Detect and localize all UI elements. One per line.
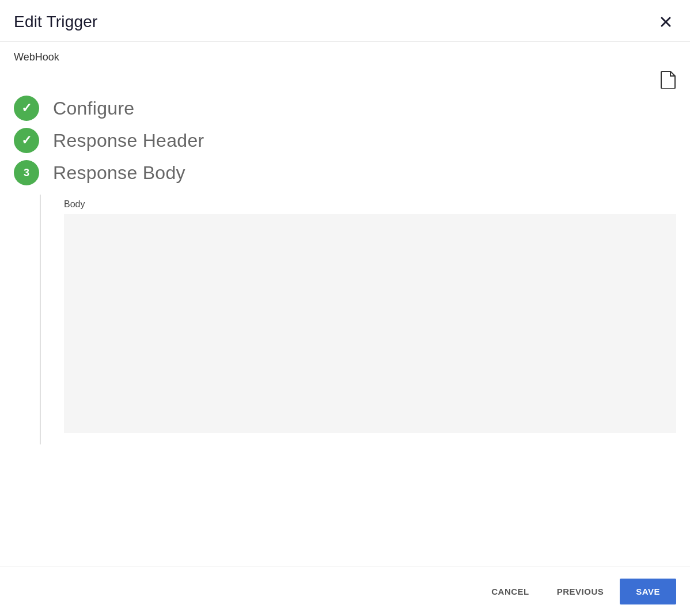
file-icon[interactable] (660, 70, 676, 91)
dialog-title: Edit Trigger (14, 13, 98, 31)
step-badge-response-header: ✓ (14, 128, 39, 153)
webhook-label: WebHook (14, 51, 676, 63)
step-label-configure: Configure (53, 98, 134, 119)
cancel-button[interactable]: CANCEL (480, 580, 541, 603)
step-badge-configure: ✓ (14, 96, 39, 121)
edit-trigger-dialog: Edit Trigger WebHook ✓ (0, 0, 690, 616)
previous-button[interactable]: PREVIOUS (545, 580, 616, 603)
body-label: Body (64, 199, 676, 210)
file-icon-row (14, 70, 676, 91)
step-number-response-body: 3 (24, 167, 29, 179)
step-item-configure[interactable]: ✓ Configure (14, 96, 676, 121)
check-icon-configure: ✓ (21, 101, 32, 116)
step-item-response-header[interactable]: ✓ Response Header (14, 128, 676, 153)
close-button[interactable] (655, 12, 676, 32)
dialog-body: WebHook ✓ Configure ✓ (0, 42, 690, 566)
step-badge-response-body: 3 (14, 160, 39, 185)
check-icon-response-header: ✓ (21, 133, 32, 148)
step-item-response-body[interactable]: 3 Response Body (14, 160, 676, 185)
dialog-footer: CANCEL PREVIOUS SAVE (0, 566, 690, 616)
save-button[interactable]: SAVE (620, 579, 676, 604)
steps-list: ✓ Configure ✓ Response Header 3 Response… (14, 96, 676, 192)
step-label-response-header: Response Header (53, 130, 204, 151)
body-textarea[interactable] (64, 214, 676, 433)
step-label-response-body: Response Body (53, 162, 185, 184)
response-body-section: Body (14, 195, 676, 444)
section-border: Body (40, 195, 676, 444)
dialog-header: Edit Trigger (0, 0, 690, 42)
